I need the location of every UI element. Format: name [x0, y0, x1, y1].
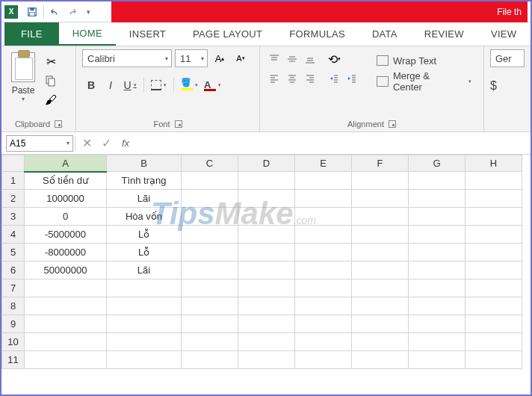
- cut-button[interactable]: ✂: [43, 54, 58, 69]
- cell-H8[interactable]: [466, 297, 522, 315]
- column-header-G[interactable]: G: [409, 155, 466, 172]
- cell-C1[interactable]: [182, 172, 238, 190]
- undo-button[interactable]: [47, 4, 64, 20]
- cell-D3[interactable]: [238, 208, 295, 226]
- tab-page-layout[interactable]: PAGE LAYOUT: [179, 22, 276, 46]
- orientation-button[interactable]: ⟲▾: [326, 51, 342, 67]
- font-size-combo[interactable]: 11▾: [175, 49, 208, 67]
- cell-D10[interactable]: [238, 333, 295, 351]
- cell-C11[interactable]: [182, 351, 238, 369]
- cell-E8[interactable]: [295, 297, 352, 315]
- align-left-button[interactable]: [266, 70, 282, 87]
- cell-E11[interactable]: [295, 351, 352, 369]
- cell-H2[interactable]: [466, 190, 522, 208]
- italic-button[interactable]: I: [102, 76, 120, 94]
- cell-H9[interactable]: [466, 315, 522, 333]
- cell-D2[interactable]: [238, 190, 295, 208]
- row-header-2[interactable]: 2: [2, 190, 25, 208]
- cell-A2[interactable]: 1000000: [25, 190, 107, 208]
- cell-G11[interactable]: [409, 351, 466, 369]
- cell-A1[interactable]: Số tiền dư: [25, 172, 107, 190]
- cell-B8[interactable]: [107, 297, 182, 315]
- cell-G4[interactable]: [409, 226, 466, 244]
- font-color-button[interactable]: A: [202, 76, 223, 94]
- cell-H5[interactable]: [466, 244, 522, 262]
- cell-D7[interactable]: [238, 279, 295, 297]
- redo-button[interactable]: [64, 4, 80, 20]
- font-name-combo[interactable]: Calibri▾: [82, 49, 172, 67]
- decrease-indent-button[interactable]: [326, 70, 342, 87]
- cell-B3[interactable]: Hòa vốn: [107, 208, 182, 226]
- cell-A5[interactable]: -8000000: [25, 244, 107, 262]
- cell-C7[interactable]: [182, 279, 238, 297]
- cell-D4[interactable]: [238, 226, 295, 244]
- cell-H7[interactable]: [466, 279, 522, 297]
- fill-color-button[interactable]: [179, 76, 200, 94]
- cell-B2[interactable]: Lãi: [107, 190, 182, 208]
- cell-E5[interactable]: [295, 244, 352, 262]
- spreadsheet-grid[interactable]: ABCDEFGH1Số tiền dưTình trạng21000000Lãi…: [1, 155, 531, 394]
- cell-B5[interactable]: Lỗ: [107, 244, 182, 262]
- column-header-D[interactable]: D: [238, 155, 295, 172]
- cell-H4[interactable]: [466, 226, 522, 244]
- align-center-button[interactable]: [284, 70, 300, 87]
- cell-H10[interactable]: [466, 333, 522, 351]
- align-middle-button[interactable]: [284, 51, 300, 67]
- cell-F3[interactable]: [352, 208, 409, 226]
- align-bottom-button[interactable]: [302, 51, 318, 67]
- tab-home[interactable]: HOME: [59, 22, 116, 46]
- increase-font-button[interactable]: A▴: [211, 49, 229, 67]
- alignment-dialog-launcher[interactable]: [389, 120, 396, 128]
- cell-H3[interactable]: [466, 208, 522, 226]
- cell-G1[interactable]: [409, 172, 466, 190]
- wrap-text-button[interactable]: Wrap Text: [371, 51, 477, 70]
- cell-H11[interactable]: [466, 351, 522, 369]
- cell-G9[interactable]: [409, 315, 466, 333]
- cell-E6[interactable]: [295, 262, 352, 279]
- tab-review[interactable]: REVIEW: [411, 22, 477, 46]
- cell-F7[interactable]: [352, 279, 409, 297]
- cell-D8[interactable]: [238, 297, 295, 315]
- cell-C6[interactable]: [182, 262, 238, 279]
- row-header-3[interactable]: 3: [2, 208, 25, 226]
- row-header-8[interactable]: 8: [2, 297, 25, 315]
- column-header-F[interactable]: F: [352, 155, 409, 172]
- column-header-A[interactable]: A: [25, 155, 107, 172]
- cell-B1[interactable]: Tình trạng: [107, 172, 182, 190]
- cell-F9[interactable]: [352, 315, 409, 333]
- cell-A11[interactable]: [25, 351, 107, 369]
- cell-C5[interactable]: [182, 244, 238, 262]
- cell-B10[interactable]: [107, 333, 182, 351]
- tab-insert[interactable]: INSERT: [116, 22, 179, 46]
- align-top-button[interactable]: [266, 51, 282, 67]
- enter-formula-button[interactable]: ✓: [96, 135, 116, 152]
- cell-F5[interactable]: [352, 244, 409, 262]
- copy-button[interactable]: [43, 73, 58, 88]
- cell-A9[interactable]: [25, 315, 107, 333]
- accounting-format-button[interactable]: $: [490, 79, 497, 93]
- cell-G7[interactable]: [409, 279, 466, 297]
- cell-D6[interactable]: [238, 262, 295, 279]
- decrease-font-button[interactable]: A▾: [232, 49, 250, 67]
- row-header-10[interactable]: 10: [2, 333, 25, 351]
- cell-E2[interactable]: [295, 190, 352, 208]
- select-all-corner[interactable]: [2, 155, 25, 172]
- underline-button[interactable]: U: [121, 76, 139, 94]
- insert-function-button[interactable]: fx: [116, 135, 135, 152]
- cell-G5[interactable]: [409, 244, 466, 262]
- row-header-7[interactable]: 7: [2, 279, 25, 297]
- cell-G2[interactable]: [409, 190, 466, 208]
- cell-E3[interactable]: [295, 208, 352, 226]
- cell-F11[interactable]: [352, 351, 409, 369]
- cell-H6[interactable]: [466, 262, 522, 279]
- cell-F1[interactable]: [352, 172, 409, 190]
- increase-indent-button[interactable]: [344, 70, 360, 87]
- cell-A8[interactable]: [25, 297, 107, 315]
- cell-C2[interactable]: [182, 190, 238, 208]
- cell-A3[interactable]: 0: [25, 208, 107, 226]
- cell-C9[interactable]: [182, 315, 238, 333]
- cell-C8[interactable]: [182, 297, 238, 315]
- cell-C3[interactable]: [182, 208, 238, 226]
- cell-A7[interactable]: [25, 279, 107, 297]
- format-painter-button[interactable]: 🖌: [43, 93, 58, 108]
